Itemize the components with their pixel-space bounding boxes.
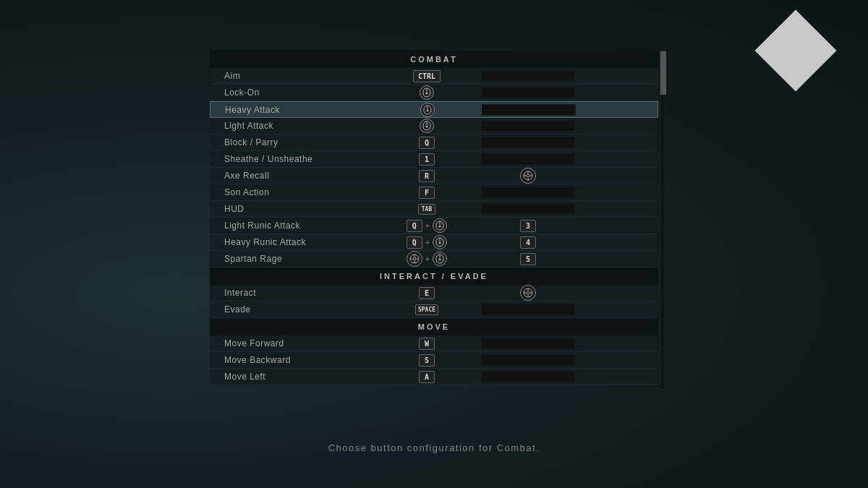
action-label: HUD	[210, 204, 376, 214]
action-label: Lock-On	[210, 87, 376, 98]
secondary-key-slot[interactable]	[477, 338, 579, 349]
controller-icon	[520, 285, 536, 301]
keybind-row[interactable]: InteractE	[210, 285, 658, 301]
action-label: Light Runic Attack	[210, 221, 376, 231]
keybind-row[interactable]: Move BackwardS	[210, 352, 658, 369]
section-header-move: MOVE	[210, 318, 658, 335]
key-badge: 3	[520, 220, 536, 232]
key-badge: Q	[407, 220, 422, 232]
section-header-interact_evade: INTERACT / EVADE	[210, 267, 658, 285]
status-text: Choose button configuration for Combat.	[0, 442, 868, 453]
secondary-key-slot[interactable]: 5	[477, 253, 579, 265]
primary-key-slot[interactable]: 1	[376, 153, 477, 166]
plus-icon: +	[425, 254, 430, 263]
mouse-icon	[433, 252, 447, 266]
keybindings-panel: COMBATAimCTRLLock-On Heavy Attack Light …	[210, 51, 658, 385]
mouse-icon	[433, 218, 447, 233]
plus-icon: +	[425, 238, 430, 247]
empty-key-slot	[481, 137, 575, 148]
empty-key-slot	[481, 304, 575, 315]
svg-point-17	[439, 226, 441, 228]
empty-key-slot	[481, 203, 575, 215]
svg-point-5	[427, 109, 429, 111]
primary-key-slot[interactable]: E	[376, 287, 477, 299]
svg-point-20	[439, 242, 441, 244]
key-badge: S	[419, 354, 435, 367]
keybind-row[interactable]: HUDTAB	[210, 201, 658, 218]
keybind-row[interactable]: Lock-On	[210, 85, 658, 101]
secondary-key-slot[interactable]	[477, 70, 579, 82]
primary-key-slot[interactable]	[376, 119, 477, 133]
secondary-key-slot[interactable]	[477, 153, 579, 165]
primary-key-slot[interactable]: A	[376, 371, 477, 383]
scrollbar-track[interactable]	[660, 51, 665, 390]
svg-point-2	[426, 93, 428, 95]
primary-key-slot[interactable]: CTRL	[376, 70, 477, 82]
action-label: Block / Parry	[210, 137, 376, 147]
action-label: Spartan Rage	[210, 254, 376, 264]
keybind-row[interactable]: Move LeftA	[210, 369, 658, 385]
keybind-row[interactable]: Move ForwardW	[210, 335, 658, 352]
action-label: Move Left	[210, 372, 376, 382]
key-badge: Q	[419, 137, 435, 149]
keybind-row[interactable]: Block / ParryQ	[210, 134, 658, 151]
action-label: Light Attack	[210, 121, 376, 131]
secondary-key-slot[interactable]	[477, 137, 579, 148]
secondary-key-slot[interactable]	[477, 87, 579, 98]
controller-icon	[407, 251, 422, 267]
primary-key-slot[interactable]: Q	[376, 137, 477, 149]
primary-key-slot[interactable]: Q+	[376, 218, 477, 233]
secondary-key-slot[interactable]	[477, 120, 579, 132]
keybind-row[interactable]: AimCTRL	[210, 68, 658, 85]
secondary-key-slot[interactable]: 4	[477, 236, 579, 249]
plus-icon: +	[425, 221, 430, 230]
primary-key-slot[interactable]	[376, 85, 477, 100]
empty-key-slot	[482, 104, 576, 116]
keybind-row[interactable]: EvadeSPACE	[210, 301, 658, 318]
secondary-key-slot[interactable]	[477, 168, 579, 184]
section-header-combat: COMBAT	[210, 51, 658, 68]
action-label: Son Action	[210, 187, 376, 197]
secondary-key-slot[interactable]	[477, 285, 579, 301]
secondary-key-slot[interactable]	[478, 104, 579, 116]
keybind-row[interactable]: Spartan Rage + 5	[210, 251, 658, 267]
keybind-row[interactable]: Axe RecallR	[210, 168, 658, 184]
action-label: Aim	[210, 71, 376, 81]
scrollbar-thumb[interactable]	[660, 51, 666, 95]
key-badge: SPACE	[415, 304, 438, 315]
action-label: Sheathe / Unsheathe	[210, 154, 376, 164]
controller-icon	[520, 168, 536, 184]
key-badge: TAB	[418, 204, 435, 215]
mouse-icon	[420, 85, 434, 100]
primary-key-slot[interactable]: SPACE	[376, 304, 477, 315]
mouse-icon	[420, 103, 435, 117]
secondary-key-slot[interactable]	[477, 371, 579, 382]
primary-key-slot[interactable]: F	[376, 187, 477, 199]
action-label: Interact	[210, 288, 376, 298]
secondary-key-slot[interactable]	[477, 187, 579, 198]
primary-key-slot[interactable]	[377, 103, 478, 117]
svg-point-8	[426, 126, 428, 128]
primary-key-slot[interactable]: TAB	[376, 204, 477, 215]
primary-key-slot[interactable]: Q+	[376, 235, 477, 249]
secondary-key-slot[interactable]	[477, 354, 579, 366]
empty-key-slot	[481, 371, 575, 382]
primary-key-slot[interactable]: W	[376, 338, 477, 350]
keybind-row[interactable]: Son ActionF	[210, 184, 658, 201]
secondary-key-slot[interactable]	[477, 304, 579, 315]
keybind-row[interactable]: Heavy Attack	[210, 101, 658, 118]
primary-key-slot[interactable]: +	[376, 251, 477, 267]
primary-key-slot[interactable]: S	[376, 354, 477, 367]
keybind-row[interactable]: Light Attack	[210, 118, 658, 134]
action-label: Move Forward	[210, 338, 376, 348]
keybind-row[interactable]: Heavy Runic AttackQ+ 4	[210, 234, 658, 251]
empty-key-slot	[481, 153, 575, 165]
keybind-row[interactable]: Sheathe / Unsheathe1	[210, 151, 658, 168]
empty-key-slot	[481, 338, 575, 349]
key-badge: A	[419, 371, 435, 383]
action-label: Axe Recall	[210, 171, 376, 181]
secondary-key-slot[interactable]: 3	[477, 220, 579, 232]
secondary-key-slot[interactable]	[477, 203, 579, 215]
primary-key-slot[interactable]: R	[376, 170, 477, 182]
keybind-row[interactable]: Light Runic AttackQ+ 3	[210, 218, 658, 234]
